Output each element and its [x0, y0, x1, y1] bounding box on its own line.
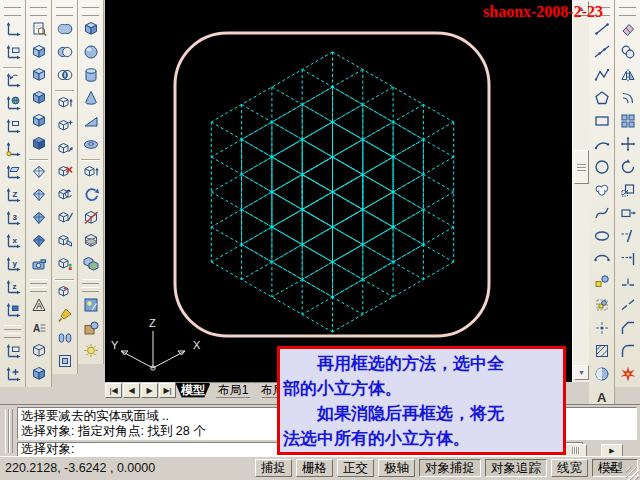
- toolbar-button-break[interactable]: [616, 295, 640, 318]
- command-window-grip[interactable]: [5, 409, 14, 453]
- status-toggle-捕捉[interactable]: 捕捉: [255, 459, 292, 477]
- toolbar-button-line[interactable]: [590, 19, 614, 42]
- toolbar-button-ucs-move-origin[interactable]: [1, 364, 25, 387]
- toolbar-button-separate[interactable]: [53, 328, 77, 351]
- toolbar-button-color-faces[interactable]: [53, 254, 77, 277]
- toolbar-button-hatch[interactable]: [590, 341, 614, 364]
- toolbar-grip[interactable]: [56, 11, 73, 16]
- toolbar-button-view-nw-iso[interactable]: [27, 111, 51, 134]
- toolbar-button-ucs-zaxis[interactable]: Z: [1, 185, 25, 208]
- toolbar-button-arc[interactable]: [590, 134, 614, 157]
- tab-layout1[interactable]: 布局1: [209, 382, 257, 398]
- toolbar-button-explode[interactable]: [616, 364, 640, 387]
- toolbar-button-section[interactable]: [79, 231, 103, 254]
- toolbar-button-view-shaded[interactable]: [27, 134, 51, 157]
- toolbar-button-ucs-z[interactable]: z: [1, 277, 25, 300]
- tab-scroll-icon-3[interactable]: ▶|: [159, 383, 176, 398]
- toolbar-button-view-ne-iso[interactable]: [27, 88, 51, 111]
- toolbar-button-ucs-named[interactable]: [1, 42, 25, 65]
- toolbar-button-extend[interactable]: [616, 249, 640, 272]
- toolbar-button-box-solid[interactable]: [27, 364, 51, 387]
- toolbar-button-slice[interactable]: [79, 208, 103, 231]
- toolbar-button-ellipse-arc[interactable]: [590, 249, 614, 272]
- toolbar-grip[interactable]: [4, 3, 21, 8]
- toolbar-button-style-2d-wireframe[interactable]: [27, 162, 51, 185]
- toolbar-button-ucs-3point[interactable]: 3: [1, 208, 25, 231]
- toolbar-button-ucs-origin[interactable]: [1, 139, 25, 162]
- toolbar-button-array[interactable]: [616, 111, 640, 134]
- toolbar-button-circle[interactable]: [590, 157, 614, 180]
- toolbar-button-box[interactable]: [79, 19, 103, 42]
- toolbar-button-copy[interactable]: [616, 42, 640, 65]
- tab-scroll-icon-2[interactable]: ▶: [141, 383, 158, 398]
- toolbar-button-ellipse[interactable]: [590, 226, 614, 249]
- toolbar-button-text-style[interactable]: A: [27, 295, 51, 318]
- tab-scroll-icon-0[interactable]: |◀: [105, 383, 122, 398]
- toolbar-grip[interactable]: [82, 3, 99, 8]
- scroll-down-icon[interactable]: ▼: [574, 365, 589, 380]
- toolbar-grip[interactable]: [82, 11, 99, 16]
- toolbar-button-rectangle[interactable]: [590, 111, 614, 134]
- toolbar-grip[interactable]: [30, 279, 47, 284]
- toolbar-button-chamfer[interactable]: [616, 318, 640, 341]
- toolbar-button-extrude-faces[interactable]: [53, 93, 77, 116]
- toolbar-grip[interactable]: [30, 11, 47, 16]
- toolbar-button-spline[interactable]: [590, 203, 614, 226]
- toolbar-button-stretch[interactable]: [616, 203, 640, 226]
- toolbar-button-gradient[interactable]: [590, 364, 614, 387]
- status-toggle-对象追踪[interactable]: 对象追踪: [485, 459, 547, 477]
- toolbar-button-sphere[interactable]: [79, 42, 103, 65]
- window-resize-grip[interactable]: [626, 467, 639, 480]
- toolbar-button-ucs-object[interactable]: [1, 116, 25, 139]
- toolbar-button-torus[interactable]: [79, 134, 103, 157]
- toolbar-button-union[interactable]: [53, 19, 77, 42]
- toolbar-button-materials[interactable]: [79, 318, 103, 341]
- toolbar-button-subtract[interactable]: [53, 42, 77, 65]
- toolbar-button-mirror[interactable]: [616, 65, 640, 88]
- toolbar-button-shell[interactable]: [53, 351, 77, 374]
- toolbar-grip[interactable]: [82, 287, 99, 292]
- toolbar-grip[interactable]: [82, 279, 99, 284]
- toolbar-button-cylinder[interactable]: [79, 65, 103, 88]
- toolbar-button-extrude[interactable]: [79, 162, 103, 185]
- toolbar-grip[interactable]: [30, 3, 47, 8]
- toolbar-button-ucs-x[interactable]: x: [1, 231, 25, 254]
- toolbar-button-clean[interactable]: [53, 305, 77, 328]
- status-toggle-极轴[interactable]: 极轴: [378, 459, 415, 477]
- toolbar-button-view-se-iso[interactable]: [27, 65, 51, 88]
- toolbar-button-style-hidden[interactable]: [27, 208, 51, 231]
- toolbar-button-polyline[interactable]: [590, 65, 614, 88]
- toolbar-button-intersect[interactable]: [53, 65, 77, 88]
- toolbar-grip[interactable]: [30, 287, 47, 292]
- toolbar-button-single-line-text[interactable]: A: [27, 318, 51, 341]
- status-toggle-正交[interactable]: 正交: [337, 459, 374, 477]
- toolbar-button-ucs-apply[interactable]: [1, 300, 25, 323]
- tab-model[interactable]: 模型: [175, 382, 211, 398]
- toolbar-button-ucs-named-2[interactable]: [1, 341, 25, 364]
- vertical-scrollbar[interactable]: ▲ ▼: [572, 0, 589, 382]
- toolbar-button-rotate[interactable]: [616, 157, 640, 180]
- toolbar-button-point[interactable]: [590, 318, 614, 341]
- toolbar-button-named-views[interactable]: [27, 19, 51, 42]
- status-toggle-对象捕捉[interactable]: 对象捕捉: [419, 459, 481, 477]
- toolbar-button-offset-faces[interactable]: [53, 139, 77, 162]
- toolbar-button-insert-block[interactable]: [590, 272, 614, 295]
- toolbar-button-imprint[interactable]: [53, 282, 77, 305]
- toolbar-grip[interactable]: [56, 3, 73, 8]
- status-toggle-线宽[interactable]: 线宽: [551, 459, 588, 477]
- status-menu-caret-icon[interactable]: [608, 467, 616, 472]
- toolbar-grip[interactable]: [619, 3, 636, 8]
- toolbar-button-ucs-y[interactable]: y: [1, 254, 25, 277]
- toolbar-button-wedge[interactable]: [79, 111, 103, 134]
- toolbar-button-ucs[interactable]: [1, 19, 25, 42]
- toolbar-button-erase[interactable]: [616, 19, 640, 42]
- toolbar-button-taper-faces[interactable]: [53, 208, 77, 231]
- toolbar-button-break-at-point[interactable]: [616, 272, 640, 295]
- toolbar-button-make-block[interactable]: [590, 295, 614, 318]
- toolbar-button-style-3d-wireframe[interactable]: [27, 185, 51, 208]
- toolbar-grip[interactable]: [619, 11, 636, 16]
- toolbar-button-fillet[interactable]: [616, 341, 640, 364]
- toolbar-button-scale[interactable]: [616, 180, 640, 203]
- toolbar-button-box-wire[interactable]: [27, 341, 51, 364]
- toolbar-button-rotate-faces[interactable]: [53, 185, 77, 208]
